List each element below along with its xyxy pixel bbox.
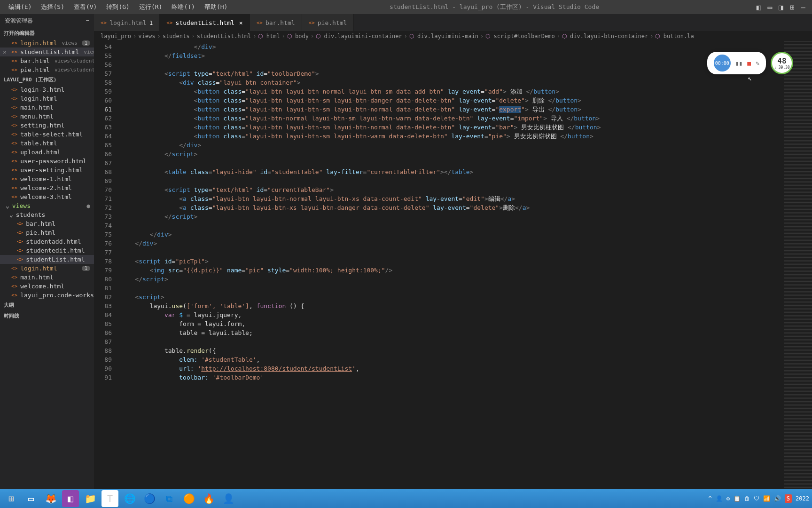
start-icon[interactable]: ⊞ (3, 490, 20, 507)
file-item[interactable]: <>pie.html (0, 228, 94, 237)
file-item[interactable]: <>user-setting.html (0, 166, 94, 175)
postman-icon[interactable]: 🟠 (180, 490, 197, 507)
close-icon[interactable]: × (239, 19, 243, 26)
tab-bar[interactable]: <>bar.html (250, 14, 302, 31)
tray-icon[interactable]: 🗑 (744, 495, 750, 502)
line-numbers: 5455565758596061626364656667686970717273… (94, 41, 120, 494)
edit-icon[interactable]: ✎ (756, 60, 759, 67)
file-item[interactable]: <>welcome.html (0, 282, 94, 291)
minimap[interactable] (784, 41, 812, 494)
menu-goto[interactable]: 转到(G) (102, 1, 134, 13)
app-icon[interactable]: 🔥 (200, 490, 217, 507)
tray-icon[interactable]: 📶 (763, 495, 770, 502)
code-editor[interactable]: 5455565758596061626364656667686970717273… (94, 41, 812, 494)
tray-icon[interactable]: 🔊 (774, 495, 781, 502)
cursor-icon: ↖ (748, 74, 752, 82)
text-icon[interactable]: T (102, 490, 118, 507)
file-item[interactable]: <>table.html (0, 139, 94, 148)
pause-icon[interactable]: ▮▮ (735, 60, 743, 67)
file-item[interactable]: <>user-password.html (0, 157, 94, 166)
html-icon: <> (309, 20, 315, 26)
timeline-header[interactable]: 时间线 (0, 310, 94, 321)
vscode-icon[interactable]: ⧉ (161, 490, 178, 507)
edge-icon[interactable]: 🔵 (141, 490, 158, 507)
layout-icon[interactable]: ◨ (779, 3, 783, 12)
menu-run[interactable]: 运行(R) (134, 1, 167, 13)
open-editors-header[interactable]: 打开的编辑器 (0, 28, 94, 39)
close-icon[interactable]: × (3, 48, 7, 56)
file-item[interactable]: <>table-select.html (0, 130, 94, 139)
record-icon[interactable]: ■ (747, 60, 751, 67)
taskview-icon[interactable]: ▭ (23, 490, 39, 507)
html-icon: <> (11, 67, 17, 73)
html-icon: <> (17, 221, 23, 227)
html-icon: <> (11, 158, 17, 164)
layout-icon[interactable]: ◧ (757, 3, 761, 12)
tab-login[interactable]: <>login.html1 (94, 14, 160, 31)
app-icon[interactable]: ◧ (62, 490, 79, 507)
file-item[interactable]: <>studentList.html (0, 255, 94, 264)
file-item[interactable]: <>login.html1 (0, 264, 94, 273)
folder-students[interactable]: ⌄students (0, 210, 94, 219)
sidebar: 资源管理器⋯ 打开的编辑器 <>login.htmlviews1 ×<>stud… (0, 14, 94, 494)
window-controls: ◧ ▭ ◨ ⊞ — (757, 3, 812, 12)
html-icon: <> (101, 20, 107, 26)
file-item[interactable]: <>layui_pro.code-workspace (0, 291, 94, 300)
recorder-badge: 48↓ 39.38 (771, 52, 793, 74)
grid-icon[interactable]: ⊞ (790, 3, 795, 12)
minimize-icon[interactable]: — (801, 3, 805, 12)
tab-pie[interactable]: <>pie.html (302, 14, 354, 31)
tray-icon[interactable]: ^ (708, 495, 711, 502)
explorer-label: 资源管理器 (5, 17, 33, 25)
open-editor-item[interactable]: <>login.htmlviews1 (0, 39, 94, 48)
folder-views[interactable]: ⌄views● (0, 201, 94, 210)
file-item[interactable]: <>menu.html (0, 112, 94, 121)
html-icon: <> (17, 256, 23, 262)
html-icon: <> (11, 176, 17, 182)
firefox-icon[interactable]: 🦊 (42, 490, 59, 507)
app-icon[interactable]: 👤 (220, 490, 237, 507)
file-item[interactable]: <>setting.html (0, 121, 94, 130)
menu-help[interactable]: 帮助(H) (200, 1, 232, 13)
menu-edit[interactable]: 编辑(E) (4, 1, 36, 13)
file-item[interactable]: <>login-3.html (0, 85, 94, 94)
tray-icon[interactable]: ⚙ (726, 495, 730, 502)
html-icon: <> (11, 140, 17, 146)
tray-icon[interactable]: 📋 (734, 495, 741, 502)
outline-header[interactable]: 大纲 (0, 300, 94, 310)
menu-terminal[interactable]: 终端(T) (167, 1, 199, 13)
tab-studentlist[interactable]: <>studentList.html× (160, 14, 250, 31)
file-item[interactable]: <>main.html (0, 273, 94, 282)
file-item[interactable]: <>welcome-1.html (0, 175, 94, 183)
menu-select[interactable]: 选择(S) (36, 1, 69, 13)
breadcrumb[interactable]: layui_pro›views›students›studentList.htm… (94, 31, 812, 41)
file-item[interactable]: <>main.html (0, 103, 94, 112)
tray-icon[interactable]: 👤 (716, 495, 723, 502)
clock[interactable]: 2022 (796, 495, 809, 502)
file-item[interactable]: <>studentedit.html (0, 246, 94, 255)
html-icon: <> (17, 238, 23, 245)
file-item[interactable]: <>studentadd.html (0, 237, 94, 246)
html-icon: <> (11, 292, 17, 298)
tray-icon[interactable]: 🛡 (754, 495, 759, 502)
file-item[interactable]: <>welcome-2.html (0, 183, 94, 192)
html-icon: <> (11, 131, 17, 137)
explorer-icon[interactable]: 📁 (82, 490, 99, 507)
more-icon[interactable]: ⋯ (86, 17, 89, 25)
layout-icon[interactable]: ▭ (767, 3, 772, 12)
file-item[interactable]: <>bar.html (0, 219, 94, 228)
open-editor-item[interactable]: <>pie.htmlviews\students (0, 65, 94, 74)
file-item[interactable]: <>upload.html (0, 148, 94, 157)
menu-view[interactable]: 查看(V) (69, 1, 102, 13)
file-item[interactable]: <>welcome-3.html (0, 192, 94, 201)
browser-icon[interactable]: 🌐 (121, 490, 138, 507)
workspace-header[interactable]: LAYUI_PRO (工作区) (0, 74, 94, 85)
recorder-time: 00:00 (714, 55, 731, 71)
file-item[interactable]: <>login.html (0, 94, 94, 103)
open-editor-item[interactable]: <>bar.htmlviews\students (0, 56, 94, 65)
chevron-down-icon: ⌄ (9, 211, 13, 218)
open-editor-item[interactable]: ×<>studentList.htmlviews\stude... (0, 48, 94, 56)
window-title: studentList.html - layui_pro (工作区) - Vis… (232, 3, 756, 11)
ime-tray-icon[interactable]: S (785, 494, 792, 503)
code-content[interactable]: </div> </fieldset> <script type="text/ht… (120, 41, 784, 494)
